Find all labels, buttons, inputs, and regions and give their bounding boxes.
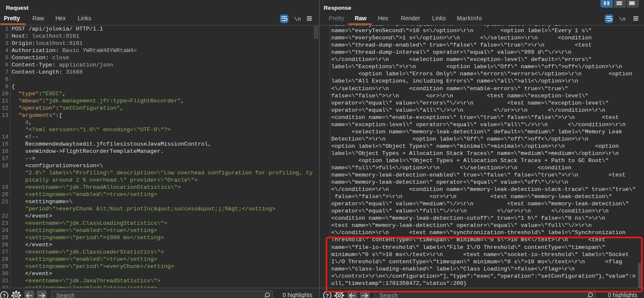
svg-text:Search: Search: [379, 292, 398, 298]
svg-text:Search: Search: [56, 292, 75, 298]
svg-text:?: ?: [326, 293, 329, 298]
svg-text:0 highlights: 0 highlights: [608, 292, 637, 298]
svg-text:\n: \n: [294, 16, 301, 22]
svg-text:\n: \n: [619, 16, 626, 22]
svg-text:0 highlights: 0 highlights: [283, 292, 312, 298]
svg-text:?: ?: [3, 293, 6, 298]
